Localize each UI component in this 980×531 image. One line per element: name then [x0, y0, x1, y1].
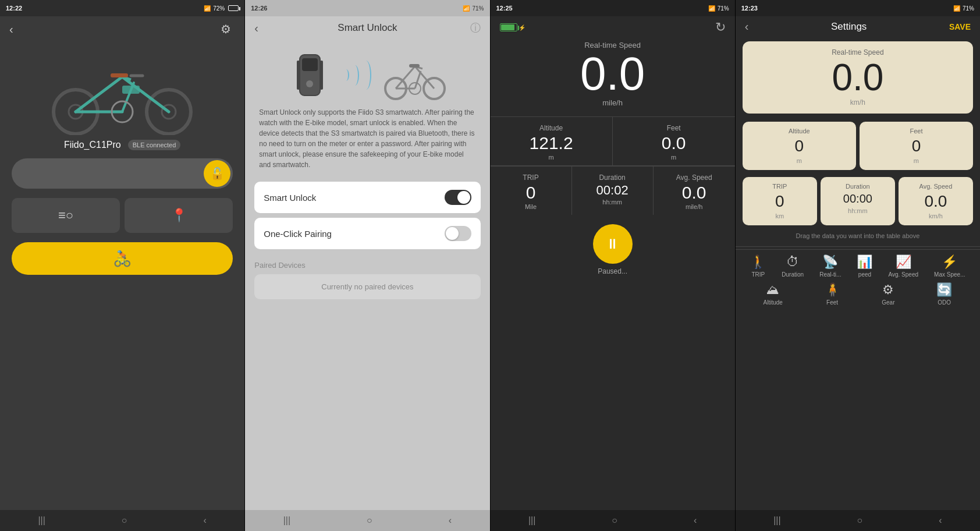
icon-avgspeed[interactable]: 📈 Avg. Speed: [889, 254, 919, 278]
nav-back-4[interactable]: ‹: [933, 513, 947, 528]
sc-alt-unit: m: [748, 157, 850, 164]
signal-4: 📶: [953, 5, 960, 12]
bottom-nav-4: ||| ○ ‹: [736, 510, 980, 531]
settings-title: Settings: [831, 21, 867, 33]
pause-button[interactable]: ⏸: [593, 224, 633, 264]
one-click-pairing-row[interactable]: One-Click Pairing: [254, 218, 480, 249]
nav-menu-4[interactable]: |||: [768, 513, 786, 528]
odo-icon-label: ODO: [938, 299, 951, 306]
action-row: ≡○ 📍: [12, 198, 233, 233]
odo-icon: 🔄: [936, 282, 952, 298]
trip-cell: TRIP 0 Mile: [491, 167, 572, 215]
back-button-1[interactable]: ‹: [9, 23, 13, 36]
smart-unlock-toggle[interactable]: [445, 190, 471, 205]
nav-menu-3[interactable]: |||: [523, 513, 541, 528]
back-button-2[interactable]: ‹: [254, 22, 258, 35]
back-button-4[interactable]: ‹: [745, 20, 749, 33]
home-screen: 12:22 📶 72% ‹ ⚙: [0, 0, 244, 531]
gear-icon-settings: ⚙: [882, 282, 894, 298]
refresh-icon[interactable]: ↻: [715, 20, 726, 35]
maxspeed-icon: ⚡: [942, 254, 957, 270]
icon-altitude[interactable]: ⛰ Altitude: [764, 282, 783, 306]
maxspeed-icon-label: Max Spee...: [934, 271, 965, 278]
smart-unlock-toggle-row[interactable]: Smart Unlock: [254, 182, 480, 213]
time-4: 12:23: [741, 5, 758, 12]
signal-waves: [343, 61, 371, 90]
unlock-knob[interactable]: 🔓: [204, 160, 230, 187]
nav-menu-2[interactable]: |||: [278, 513, 296, 528]
icon-odo[interactable]: 🔄 ODO: [936, 282, 952, 306]
status-icons-4: 📶 71%: [953, 5, 974, 12]
trip-icon-label: TRIP: [751, 271, 765, 278]
nav-back-1[interactable]: ‹: [197, 513, 212, 528]
icon-trip[interactable]: 🚶 TRIP: [750, 254, 766, 278]
nav-back-3[interactable]: ‹: [688, 513, 702, 528]
settings-avgspeed-card: Avg. Speed 0.0 km/h: [899, 177, 973, 225]
icon-speed[interactable]: 📊 peed: [857, 254, 872, 278]
sc-avg-unit: km/h: [904, 213, 967, 220]
svg-rect-15: [297, 61, 300, 90]
unlock-slider[interactable]: 🔓: [12, 158, 233, 189]
realtime-icon: 📡: [822, 254, 838, 270]
smart-unlock-title: Smart Unlock: [338, 22, 397, 34]
battery-4: 71%: [963, 5, 974, 12]
icon-feet[interactable]: 🧍 Feet: [825, 282, 840, 306]
trip-value: 0: [494, 184, 568, 201]
bike-illustration-2: [383, 49, 447, 101]
svg-rect-14: [302, 58, 318, 71]
status-bar-2: 12:26 📶 71%: [245, 0, 489, 16]
icon-maxspeed[interactable]: ⚡ Max Spee...: [934, 254, 965, 278]
duration-unit: hh:mm: [576, 199, 649, 206]
sc-trip-value: 0: [748, 192, 811, 211]
nav-home-4[interactable]: ○: [851, 513, 869, 528]
status-icons-1: 📶 72%: [204, 5, 239, 12]
sc-feet-label: Feet: [865, 128, 967, 134]
avgspeed-cell: Avg. Speed 0.0 mile/h: [654, 167, 735, 215]
svg-rect-12: [122, 86, 140, 94]
ride-icon: 🚴: [113, 250, 132, 268]
speed-value: 0.0: [491, 51, 735, 97]
status-bar-3: 12:25 📶 71%: [491, 0, 735, 16]
nav-home-3[interactable]: ○: [606, 513, 623, 528]
settings-speed-card: Real-time Speed 0.0 km/h: [743, 41, 973, 114]
one-click-toggle[interactable]: [445, 226, 471, 241]
icon-duration[interactable]: ⏱ Duration: [782, 254, 804, 278]
signal-icon-1: 📶: [204, 5, 211, 12]
status-icons-2: 📶 71%: [463, 5, 484, 12]
nav-back-2[interactable]: ‹: [443, 513, 457, 528]
icon-realtime[interactable]: 📡 Real-ti...: [819, 254, 841, 278]
avgspeed-unit: mile/h: [657, 203, 732, 210]
settings-altitude-card: Altitude 0 m: [743, 122, 856, 170]
trip-header: TRIP: [494, 174, 568, 182]
settings-speed-value: 0.0: [750, 59, 966, 96]
speed-section: Real-time Speed 0.0 mile/h: [491, 38, 735, 107]
location-button[interactable]: 📍: [125, 198, 233, 233]
avgspeed-value: 0.0: [657, 184, 732, 201]
info-icon-2[interactable]: ⓘ: [470, 21, 481, 35]
duration-icon: ⏱: [786, 254, 799, 270]
display-button[interactable]: ≡○: [12, 198, 120, 233]
bottom-nav-3: ||| ○ ‹: [491, 510, 735, 531]
svg-rect-16: [320, 61, 323, 90]
settings-button-1[interactable]: ⚙: [216, 20, 235, 38]
battery-fill: [501, 24, 514, 30]
nav-home-2[interactable]: ○: [361, 513, 378, 528]
save-button[interactable]: SAVE: [949, 22, 971, 31]
icon-gear[interactable]: ⚙ Gear: [882, 282, 894, 306]
ride-button[interactable]: 🚴: [12, 242, 233, 275]
toggle-knob-off: [446, 227, 459, 240]
bike-image-area: [0, 42, 244, 135]
nav-home-1[interactable]: ○: [116, 513, 133, 528]
time-1: 12:22: [6, 5, 22, 12]
altitude-value: 121.2: [496, 134, 606, 152]
nav-menu-1[interactable]: |||: [32, 513, 51, 528]
lock-icon: 🔓: [210, 167, 225, 180]
feet-icon: 🧍: [825, 282, 840, 298]
smart-unlock-toggle-label: Smart Unlock: [264, 193, 316, 203]
avgspeed-icon-label: Avg. Speed: [889, 271, 919, 278]
trip-icon: 🚶: [750, 254, 766, 270]
sc-feet-unit: m: [865, 157, 967, 164]
svg-rect-10: [111, 73, 128, 77]
settings-feet-card: Feet 0 m: [860, 122, 973, 170]
smart-unlock-description: Smart Unlock only supports the Fiido S3 …: [245, 107, 489, 179]
